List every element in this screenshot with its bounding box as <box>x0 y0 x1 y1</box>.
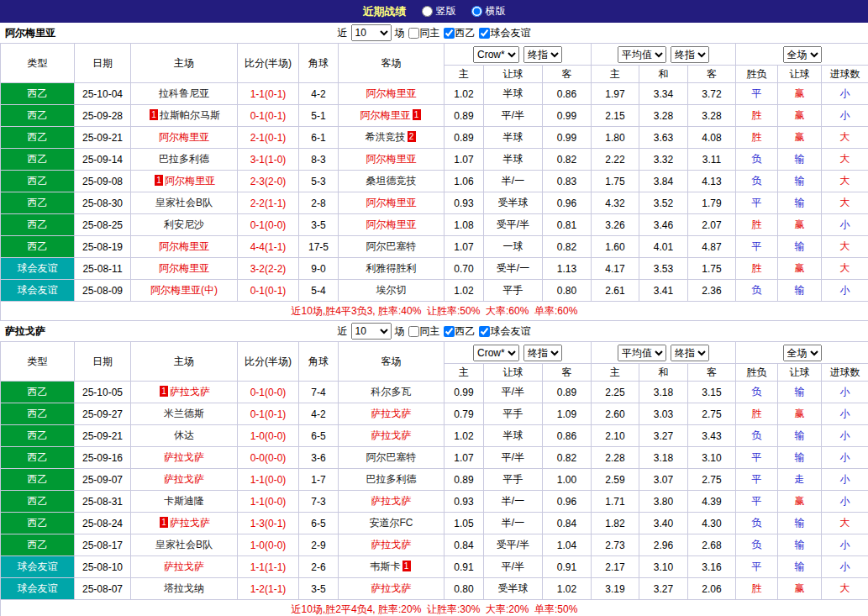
home-team-link[interactable]: 塔拉戈纳 <box>164 582 204 594</box>
near-count-select[interactable]: 10 <box>351 24 392 41</box>
bookmaker-select[interactable]: Crow* <box>473 46 519 63</box>
away-team-link[interactable]: 萨拉戈萨 <box>371 495 412 507</box>
away-team-link[interactable]: 科尔多瓦 <box>371 386 412 398</box>
layout-option-horizontal[interactable]: 横版 <box>471 4 506 18</box>
full-match-select[interactable]: 全场 <box>783 345 822 361</box>
away-team-link[interactable]: 萨拉戈萨 <box>371 408 412 419</box>
score-link[interactable]: 1-1(0-0) <box>250 474 287 486</box>
score-link[interactable]: 0-1(0-0) <box>250 219 287 231</box>
home-team-link[interactable]: 萨拉戈萨 <box>170 517 210 529</box>
home-team-link[interactable]: 米兰德斯 <box>164 408 204 419</box>
filter-friendly[interactable]: 球会友谊 <box>479 26 531 40</box>
home-team-link[interactable]: 皇家社会B队 <box>155 197 213 208</box>
avg-odds-away-cell: 4.13 <box>688 171 736 192</box>
odds-final-select[interactable]: 终指 <box>523 46 562 63</box>
home-team-link[interactable]: 皇家社会B队 <box>155 539 213 550</box>
score-link[interactable]: 3-1(1-0) <box>250 154 287 166</box>
red-card-badge: 1 <box>160 386 168 397</box>
col-odds-handicap: 让球 <box>484 66 543 83</box>
score-link[interactable]: 1-1(0-0) <box>250 496 287 508</box>
away-team-link[interactable]: 阿尔巴塞特 <box>366 451 417 463</box>
score-link[interactable]: 1-2(1-1) <box>250 583 287 595</box>
score-link[interactable]: 0-1(0-1) <box>250 110 287 122</box>
score-link[interactable]: 1-0(0-0) <box>250 540 287 551</box>
away-team-link[interactable]: 萨拉戈萨 <box>371 429 412 441</box>
home-team-link[interactable]: 阿尔梅里亚(中) <box>150 284 218 296</box>
score-link[interactable]: 0-1(0-0) <box>250 387 287 398</box>
filter-same-home[interactable]: 同主 <box>408 324 440 339</box>
league-checkbox[interactable] <box>444 326 455 337</box>
away-team-link[interactable]: 阿尔梅里亚 <box>366 153 417 165</box>
away-team-link[interactable]: 阿尔梅里亚 <box>366 87 417 99</box>
red-card-badge: 1 <box>413 109 421 120</box>
away-team-link[interactable]: 安道尔FC <box>370 517 413 529</box>
home-team-cell: 皇家社会B队 <box>131 192 238 214</box>
vertical-radio[interactable] <box>422 6 433 17</box>
score-link[interactable]: 1-1(1-1) <box>250 561 287 573</box>
home-team-link[interactable]: 卡斯迪隆 <box>164 495 204 507</box>
score-link[interactable]: 2-2(1-1) <box>250 197 287 209</box>
home-team-link[interactable]: 拉科鲁尼亚 <box>159 87 209 99</box>
home-team-link[interactable]: 阿尔梅里亚 <box>159 131 209 143</box>
away-team-link[interactable]: 阿尔巴塞特 <box>366 240 417 252</box>
home-team-cell: 卡斯迪隆 <box>131 491 238 513</box>
score-link[interactable]: 4-4(1-1) <box>250 241 287 253</box>
away-team-link[interactable]: 巴拉多利德 <box>366 473 417 485</box>
home-team-link[interactable]: 利安尼沙 <box>164 218 204 230</box>
home-team-link[interactable]: 巴拉多利德 <box>159 153 209 165</box>
away-team-link[interactable]: 阿尔梅里亚 <box>366 218 417 230</box>
match-date-cell: 25-08-19 <box>75 236 131 258</box>
average-select[interactable]: 平均值 <box>618 46 666 63</box>
friendly-checkbox[interactable] <box>479 326 490 337</box>
match-row: 西乙25-09-21阿尔梅里亚2-1(0-1)6-1希洪竞技20.89半球0.9… <box>1 127 868 149</box>
same-home-checkbox[interactable] <box>408 28 419 39</box>
odds-final-select[interactable]: 终指 <box>523 345 562 361</box>
away-team-link[interactable]: 阿尔梅里亚 <box>360 109 411 121</box>
near-count-select[interactable]: 10 <box>351 323 392 340</box>
home-team-link[interactable]: 阿尔梅里亚 <box>159 240 209 252</box>
score-link[interactable]: 2-3(2-0) <box>250 176 287 187</box>
filter-league[interactable]: 西乙 <box>444 26 476 40</box>
avg-odds-home-cell: 3.26 <box>592 214 639 236</box>
score-link[interactable]: 0-1(0-1) <box>250 408 287 420</box>
away-team-link[interactable]: 利雅得胜利 <box>366 262 417 274</box>
result-goals-cell: 大 <box>822 127 868 149</box>
average-select[interactable]: 平均值 <box>618 345 666 361</box>
avg-final-select[interactable]: 终指 <box>671 46 709 63</box>
away-team-link[interactable]: 希洪竞技 <box>366 131 406 143</box>
home-team-link[interactable]: 休达 <box>174 429 194 441</box>
away-team-link[interactable]: 桑坦德竞技 <box>366 175 417 187</box>
league-checkbox[interactable] <box>444 28 455 39</box>
same-home-checkbox[interactable] <box>408 326 419 337</box>
bookmaker-select[interactable]: Crow* <box>473 345 519 361</box>
score-link[interactable]: 0-1(0-1) <box>250 285 287 297</box>
layout-option-vertical[interactable]: 竖版 <box>422 4 456 18</box>
home-team-link[interactable]: 萨拉戈萨 <box>170 386 210 398</box>
red-card-badge: 1 <box>160 517 168 528</box>
result-goals-cell: 小 <box>822 491 868 513</box>
friendly-checkbox[interactable] <box>479 28 490 39</box>
home-team-link[interactable]: 阿尔梅里亚 <box>159 262 209 274</box>
full-match-select[interactable]: 全场 <box>783 46 822 63</box>
away-team-link[interactable]: 萨拉戈萨 <box>371 582 412 594</box>
home-team-link[interactable]: 萨拉戈萨 <box>164 473 204 485</box>
score-link[interactable]: 1-0(0-0) <box>250 430 287 442</box>
score-link[interactable]: 3-2(2-2) <box>250 263 287 275</box>
score-link[interactable]: 1-3(0-1) <box>250 518 287 529</box>
score-link[interactable]: 0-0(0-0) <box>250 452 287 464</box>
home-team-link[interactable]: 拉斯帕尔马斯 <box>160 109 220 121</box>
away-team-link[interactable]: 韦斯卡 <box>371 561 401 572</box>
filter-friendly[interactable]: 球会友谊 <box>479 324 531 339</box>
home-team-link[interactable]: 萨拉戈萨 <box>164 561 204 572</box>
away-team-link[interactable]: 萨拉戈萨 <box>371 539 412 550</box>
away-team-link[interactable]: 埃尔切 <box>376 284 407 296</box>
home-team-link[interactable]: 萨拉戈萨 <box>164 451 204 463</box>
horizontal-radio[interactable] <box>471 6 482 17</box>
avg-final-select[interactable]: 终指 <box>671 345 709 361</box>
filter-same-home[interactable]: 同主 <box>408 26 440 40</box>
score-link[interactable]: 2-1(0-1) <box>250 132 287 144</box>
score-link[interactable]: 1-1(0-1) <box>250 88 287 100</box>
filter-league[interactable]: 西乙 <box>444 324 476 339</box>
away-team-link[interactable]: 阿尔梅里亚 <box>366 197 417 208</box>
home-team-link[interactable]: 阿尔梅里亚 <box>165 175 215 187</box>
